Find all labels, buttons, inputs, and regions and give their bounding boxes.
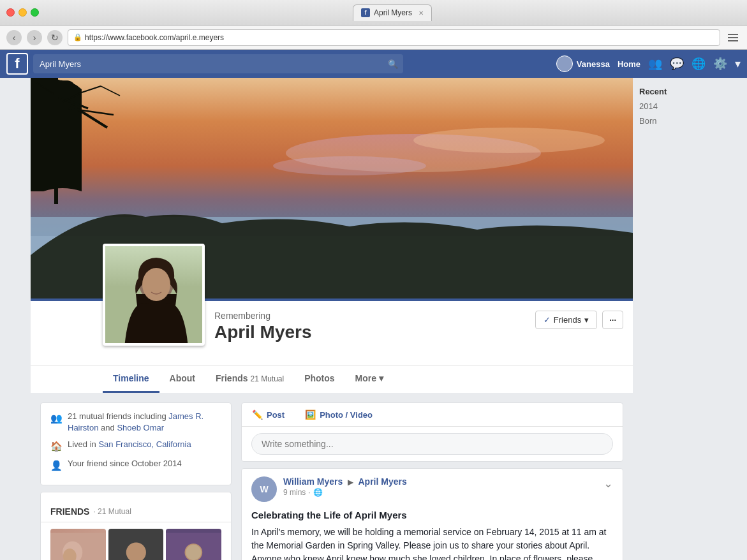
nav-user[interactable]: Vanessa [556,55,610,72]
post-recipient-name[interactable]: April Myers [359,476,407,487]
nav-home-link[interactable]: Home [618,59,640,69]
post-author-avatar: W [251,476,277,502]
browser-navbar: ‹ › ↻ 🔒 https://www.facebook.com/april.e… [0,26,747,50]
profile-picture [103,244,205,346]
profile-actions: ✓ Friends ▾ ··· [535,311,623,329]
person-icon: 👤 [50,459,63,472]
list-item[interactable]: Ramya Sethuraman [108,529,164,560]
post-type-tabs: ✏️ Post 🖼️ Photo / Video [242,403,623,427]
right-sidebar: Recent2014Born [633,78,716,560]
sidebar-item-born[interactable]: Born [639,114,716,128]
svg-point-27 [186,545,202,560]
more-button[interactable]: ··· [602,311,623,329]
menu-button[interactable] [725,30,741,45]
globe-privacy-icon: 🌐 [313,488,323,497]
photo-video-tab[interactable]: 🖼️ Photo / Video [295,403,383,426]
home-icon: 🏠 [50,439,63,453]
location-link[interactable]: San Francisco, California [98,439,191,449]
settings-icon[interactable]: ⚙️ [713,57,727,71]
friends-info-icon: 👥 [50,411,63,425]
facebook-navbar: f 🔍 Vanessa Home 👥 💬 🌐 ⚙️ ▾ [0,50,747,78]
friend2-link[interactable]: Shoeb Omar [117,423,164,432]
post-title: Celebrating the Life of April Myers [251,510,613,520]
tab-more[interactable]: More ▾ [345,365,394,393]
friend-since-row: 👤 Your friend since October 2014 [50,458,221,472]
dropdown-icon: ▾ [584,315,589,325]
edit-icon: ✏️ [252,409,263,420]
post-text: In April's memory, we will be holding a … [251,526,613,560]
nav-avatar [556,55,573,72]
info-card: 👥 21 mutual friends including James R. H… [40,402,232,485]
tab-photos[interactable]: Photos [294,365,344,393]
collapse-button[interactable]: ⌄ [603,476,613,490]
profile-section: Remembering April Myers ✓ Friends ▾ ··· [31,301,633,365]
post-text-input[interactable] [251,433,613,455]
friends-grid: Jodi Seth [50,529,221,560]
friends-button[interactable]: ✓ Friends ▾ [535,311,597,329]
forward-button[interactable]: › [27,30,42,45]
close-button[interactable] [6,8,15,17]
timeline-sidebar: Recent2014Born [639,84,716,128]
profile-pic-image [105,246,202,343]
traffic-lights [6,8,39,17]
post-arrow-icon: ▶ [348,478,353,487]
url-bar[interactable]: 🔒 https://www.facebook.com/april.e.meyer… [68,29,720,46]
nav-right: Vanessa Home 👥 💬 🌐 ⚙️ ▾ [556,55,741,72]
search-input[interactable] [33,54,403,73]
friends-card: FRIENDS · 21 Mutual [40,492,232,560]
url-text: https://www.facebook.com/april.e.meyers [85,33,224,42]
checkmark-icon: ✓ [544,315,551,325]
search-icon: 🔍 [388,59,398,69]
post-tab[interactable]: ✏️ Post [242,403,295,426]
maximize-button[interactable] [31,8,39,17]
main-content: Remembering April Myers ✓ Friends ▾ ··· [31,78,633,560]
tab-title: April Myers [374,8,412,17]
friends-icon[interactable]: 👥 [648,57,662,71]
list-item[interactable]: Jo Price [166,529,221,560]
post-time: 9 mins · 🌐 [283,488,597,497]
refresh-button[interactable]: ↻ [47,30,63,45]
sidebar-item-recent[interactable]: Recent [639,84,716,99]
svg-point-15 [142,268,170,301]
back-button[interactable]: ‹ [6,30,22,45]
right-column: ✏️ Post 🖼️ Photo / Video [241,402,623,560]
post-header: W William Myers ▶ April Myers 9 mins [242,469,623,510]
post-meta: William Myers ▶ April Myers 9 mins · 🌐 [283,476,597,497]
minimize-button[interactable] [18,8,27,17]
svg-point-2 [413,128,605,153]
browser-titlebar: f April Myers ✕ [0,0,747,26]
feed-post: W William Myers ▶ April Myers 9 mins [241,468,623,560]
tab-close-icon[interactable]: ✕ [418,10,424,17]
facebook-logo: f [6,53,28,75]
tab-timeline[interactable]: Timeline [103,365,159,393]
messages-icon[interactable]: 💬 [670,57,684,71]
post-body: Celebrating the Life of April Myers In A… [242,510,623,560]
list-item[interactable]: Jodi Seth [50,529,106,560]
nav-username: Vanessa [577,59,610,69]
photo-icon: 🖼️ [305,409,316,420]
chevron-down-icon[interactable]: ▾ [735,57,741,71]
page-container: Remembering April Myers ✓ Friends ▾ ··· [31,78,716,560]
lived-in-row: 🏠 Lived in San Francisco, California [50,439,221,453]
globe-icon[interactable]: 🌐 [692,57,706,71]
privacy-icon: · [308,488,310,497]
search-wrapper: 🔍 [33,54,403,73]
content-area: 👥 21 mutual friends including James R. H… [31,393,633,560]
post-author-line: William Myers ▶ April Myers [283,476,597,487]
facebook-favicon: f [361,8,370,17]
svg-point-3 [273,156,426,175]
left-column: 👥 21 mutual friends including James R. H… [40,402,232,560]
lock-icon: 🔒 [73,33,82,41]
tab-about[interactable]: About [159,365,205,393]
post-box: ✏️ Post 🖼️ Photo / Video [241,402,623,462]
tab-friends[interactable]: Friends 21 Mutual [205,365,294,393]
post-input-area [242,427,623,461]
browser-tab[interactable]: f April Myers ✕ [353,4,432,21]
friends-header: FRIENDS · 21 Mutual [41,500,231,522]
post-author-name[interactable]: William Myers [283,476,343,487]
mutual-friends-row: 👥 21 mutual friends including James R. H… [50,411,221,434]
profile-tabs: Timeline About Friends 21 Mutual Photos … [31,365,633,393]
sidebar-item-2014[interactable]: 2014 [639,99,716,114]
